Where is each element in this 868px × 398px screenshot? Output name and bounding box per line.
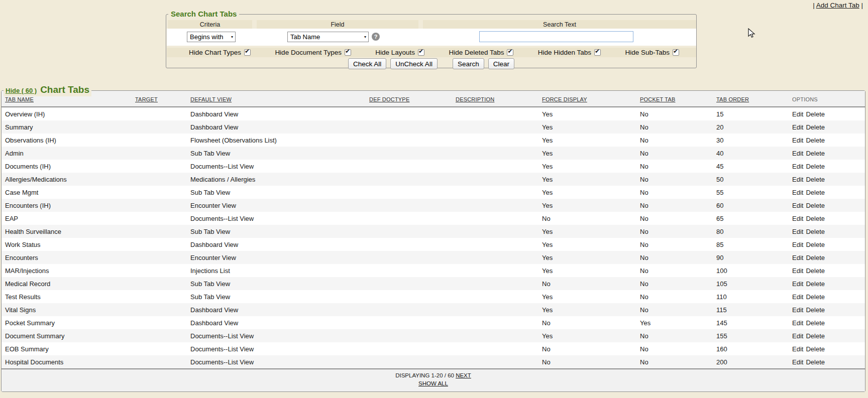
column-header-target[interactable]: TARGET	[135, 96, 158, 102]
cell-force-display: Yes	[538, 306, 636, 314]
cell-value: Dashboard View	[190, 306, 238, 314]
edit-link[interactable]: Edit	[792, 215, 803, 222]
delete-link[interactable]: Delete	[806, 267, 825, 275]
edit-link[interactable]: Edit	[792, 293, 803, 301]
cell-force-display: Yes	[538, 267, 636, 275]
cell-force-display: Yes	[538, 163, 636, 170]
hide-chart-types-item: Hide Chart Types✔	[189, 49, 251, 56]
edit-link[interactable]: Edit	[792, 202, 803, 209]
delete-link[interactable]: Delete	[806, 332, 825, 340]
edit-link[interactable]: Edit	[792, 176, 803, 183]
column-header-pocket-tab[interactable]: POCKET TAB	[640, 96, 675, 102]
cell-pocket-tab: No	[636, 332, 713, 340]
edit-link[interactable]: Edit	[792, 163, 803, 170]
uncheck-all-button[interactable]: UnCheck All	[390, 58, 438, 69]
edit-link[interactable]: Edit	[792, 345, 803, 353]
edit-link[interactable]: Edit	[792, 267, 803, 275]
cell-value: 85	[716, 241, 723, 248]
help-icon[interactable]: ?	[372, 33, 380, 41]
column-header-tab-order[interactable]: TAB ORDER	[716, 96, 749, 102]
edit-link[interactable]: Edit	[792, 319, 803, 327]
hide-deleted-tabs-item: Hide Deleted Tabs✔	[449, 49, 513, 56]
cell-options: EditDelete	[789, 110, 865, 118]
edit-link[interactable]: Edit	[792, 254, 803, 261]
cell-value: Observations (IH)	[5, 137, 56, 144]
delete-link[interactable]: Delete	[806, 176, 825, 183]
edit-link[interactable]: Edit	[792, 332, 803, 340]
cell-default-view: Encounter View	[187, 254, 366, 261]
cell-options: EditDelete	[789, 123, 865, 131]
delete-link[interactable]: Delete	[806, 150, 825, 157]
cell-value: No	[542, 358, 551, 366]
cell-default-view: Dashboard View	[187, 319, 366, 327]
cell-value: 160	[716, 345, 727, 353]
hide-layouts-checkbox[interactable]: ✔	[418, 49, 424, 56]
cell-value: Yes	[542, 241, 553, 248]
table-row: EncountersEncounter ViewYesNo90EditDelet…	[2, 251, 865, 264]
cell-value: EAP	[5, 215, 18, 222]
edit-link[interactable]: Edit	[792, 123, 803, 131]
edit-link[interactable]: Edit	[792, 150, 803, 157]
edit-link[interactable]: Edit	[792, 110, 803, 118]
checkbox-label: Hide Deleted Tabs	[449, 49, 504, 56]
column-header-force-display[interactable]: FORCE DISPLAY	[542, 96, 587, 102]
edit-link[interactable]: Edit	[792, 306, 803, 314]
edit-link[interactable]: Edit	[792, 241, 803, 248]
edit-link[interactable]: Edit	[792, 189, 803, 196]
add-chart-tab-link[interactable]: Add Chart Tab	[816, 2, 859, 9]
column-header-default-view[interactable]: DEFAULT VIEW	[190, 96, 232, 102]
cell-tab-order: 40	[713, 150, 789, 157]
delete-link[interactable]: Delete	[806, 123, 825, 131]
cell-value: No	[640, 163, 648, 170]
column-header-description[interactable]: DESCRIPTION	[456, 96, 494, 102]
column-header-def-doctype[interactable]: DEF DOCTYPE	[369, 96, 409, 102]
cell-value: Sub Tab View	[190, 228, 230, 235]
show-all-link[interactable]: SHOW ALL	[418, 380, 448, 386]
cell-default-view: Dashboard View	[187, 123, 366, 131]
cell-options: EditDelete	[789, 345, 865, 353]
delete-link[interactable]: Delete	[806, 137, 825, 144]
delete-link[interactable]: Delete	[806, 228, 825, 235]
search-button[interactable]: Search	[453, 58, 484, 69]
delete-link[interactable]: Delete	[806, 202, 825, 209]
field-column-header: Field	[257, 20, 418, 29]
cell-value: 80	[716, 228, 723, 235]
hide-hidden-tabs-checkbox[interactable]: ✔	[594, 49, 601, 56]
hide-count-link[interactable]: Hide ( 60 )	[6, 85, 37, 96]
table-row: MAR/InjectionsInjections ListYesNo100Edi…	[2, 264, 865, 277]
next-link[interactable]: NEXT	[456, 372, 471, 378]
cell-value: 200	[716, 358, 727, 366]
delete-link[interactable]: Delete	[806, 293, 825, 301]
check-all-button[interactable]: Check All	[348, 58, 386, 69]
edit-link[interactable]: Edit	[792, 280, 803, 288]
edit-link[interactable]: Edit	[792, 137, 803, 144]
cell-value: Encounters	[5, 254, 38, 261]
edit-link[interactable]: Edit	[792, 358, 803, 366]
criteria-select[interactable]: Begins with ▾	[187, 32, 236, 42]
delete-link[interactable]: Delete	[806, 189, 825, 196]
hide-deleted-tabs-checkbox[interactable]: ✔	[507, 49, 513, 56]
delete-link[interactable]: Delete	[806, 306, 825, 314]
hide-chart-types-checkbox[interactable]: ✔	[244, 49, 251, 56]
delete-link[interactable]: Delete	[806, 345, 825, 353]
delete-link[interactable]: Delete	[806, 254, 825, 261]
cell-value: Yes	[542, 254, 553, 261]
cell-tab-name: Documents (IH)	[2, 163, 132, 170]
cell-value: Injections List	[190, 267, 230, 275]
hide-document-types-checkbox[interactable]: ✔	[345, 49, 351, 56]
clear-button[interactable]: Clear	[488, 58, 514, 69]
delete-link[interactable]: Delete	[806, 280, 825, 288]
delete-link[interactable]: Delete	[806, 163, 825, 170]
chevron-down-icon: ▾	[364, 35, 366, 39]
column-header-tab-name[interactable]: TAB NAME	[5, 96, 34, 102]
hide-sub-tabs-checkbox[interactable]: ✔	[673, 49, 679, 56]
edit-link[interactable]: Edit	[792, 228, 803, 235]
field-select[interactable]: Tab Name ▾	[287, 32, 369, 42]
search-text-input[interactable]	[479, 31, 633, 42]
delete-link[interactable]: Delete	[806, 215, 825, 222]
delete-link[interactable]: Delete	[806, 241, 825, 248]
delete-link[interactable]: Delete	[806, 319, 825, 327]
delete-link[interactable]: Delete	[806, 358, 825, 366]
delete-link[interactable]: Delete	[806, 110, 825, 118]
hide-sub-tabs-item: Hide Sub-Tabs✔	[625, 49, 679, 56]
